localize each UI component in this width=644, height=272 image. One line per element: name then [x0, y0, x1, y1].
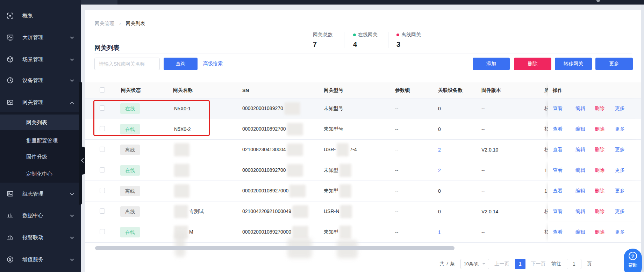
- select-all-checkbox[interactable]: [100, 87, 105, 93]
- sidebar-collapse-handle[interactable]: [79, 147, 86, 175]
- edit-link[interactable]: 编辑: [575, 188, 585, 194]
- view-link[interactable]: 查看: [553, 126, 563, 132]
- device-count-cell[interactable]: 2: [438, 168, 441, 173]
- sidebar-item-device[interactable]: 设备管理: [0, 72, 81, 89]
- row-checkbox[interactable]: [100, 188, 105, 193]
- device-count-cell[interactable]: 2: [438, 147, 441, 153]
- add-button[interactable]: 添加: [473, 58, 510, 70]
- delete-button[interactable]: 删除: [514, 58, 551, 70]
- view-link[interactable]: 查看: [553, 167, 563, 174]
- edit-link[interactable]: 编辑: [575, 147, 585, 153]
- more-link[interactable]: 更多: [615, 208, 625, 215]
- chevron-down-icon: [482, 263, 486, 265]
- row-checkbox[interactable]: [100, 147, 105, 152]
- device-count: 0: [438, 106, 441, 111]
- edit-link[interactable]: 编辑: [575, 105, 585, 112]
- search-input[interactable]: [94, 58, 160, 70]
- edit-link[interactable]: 编辑: [575, 229, 585, 235]
- topbar-active-tab[interactable]: [81, 0, 117, 5]
- delete-link[interactable]: 删除: [595, 147, 604, 153]
- search-button[interactable]: 查询: [164, 58, 198, 70]
- sidebar-subitem-3[interactable]: 定制化中心: [0, 166, 81, 182]
- sidebar-item-gateway[interactable]: 网关管理: [0, 94, 81, 111]
- delete-link[interactable]: 删除: [595, 105, 604, 112]
- device-count: 0: [438, 188, 441, 194]
- delete-link[interactable]: 删除: [595, 126, 604, 132]
- sidebar-item-alarm[interactable]: 报警联动: [0, 229, 81, 246]
- more-link[interactable]: 更多: [615, 167, 625, 174]
- gateway-model: 未知型: [324, 229, 338, 235]
- sidebar-subitem-1[interactable]: 批量配置管理: [0, 133, 81, 148]
- gateway-name-cell: [173, 143, 189, 156]
- sidebar-item-bigscreen[interactable]: 大屏管理: [0, 29, 81, 46]
- device-count-cell[interactable]: 1: [438, 229, 441, 235]
- help-label: 帮助: [628, 262, 637, 269]
- advanced-search-link[interactable]: 高级搜索: [203, 61, 223, 67]
- row-checkbox[interactable]: [100, 208, 105, 214]
- device-count-link[interactable]: 2: [438, 168, 441, 173]
- device-count-cell: 0: [438, 188, 441, 194]
- pagination: 共 7 条 10条/页 上一页 1 下一页 前往 页: [439, 258, 592, 269]
- edit-link[interactable]: 编辑: [575, 208, 585, 215]
- param-lock-cell: --: [395, 188, 398, 194]
- gateway-sn-cell: 0000200010892700: [242, 123, 303, 135]
- sidebar-item-overview[interactable]: 概览: [0, 7, 81, 24]
- view-link[interactable]: 查看: [553, 208, 563, 215]
- edit-link[interactable]: 编辑: [575, 126, 585, 132]
- sidebar-subitem-2[interactable]: 固件升级: [0, 149, 81, 164]
- row-checkbox[interactable]: [100, 167, 105, 172]
- chevron-down-icon: [70, 191, 74, 197]
- sidebar-item-datacenter[interactable]: 数据中心: [0, 207, 81, 224]
- view-link[interactable]: 查看: [553, 188, 563, 194]
- sidebar-item-label: 大屏管理: [22, 34, 43, 41]
- sidebar-item-value-service[interactable]: 增值服务: [0, 251, 81, 268]
- edit-link[interactable]: 编辑: [575, 167, 585, 174]
- row-checkbox[interactable]: [100, 229, 105, 234]
- more-button[interactable]: 更多: [595, 58, 633, 70]
- more-link[interactable]: 更多: [615, 105, 625, 112]
- page-size-select[interactable]: 10条/页: [460, 259, 489, 269]
- delete-link[interactable]: 删除: [595, 208, 604, 215]
- view-link[interactable]: 查看: [553, 229, 563, 235]
- bigscreen-icon: [6, 34, 14, 41]
- device-count-link[interactable]: 1: [438, 229, 441, 235]
- more-link[interactable]: 更多: [615, 126, 625, 132]
- sidebar-item-label: 设备管理: [22, 77, 43, 84]
- delete-link[interactable]: 删除: [595, 188, 604, 194]
- delete-link[interactable]: 删除: [595, 229, 604, 235]
- gateway-model-suffix: 7-4: [350, 147, 357, 152]
- goto-page-input[interactable]: [567, 259, 581, 269]
- breadcrumb-parent[interactable]: 网关管理: [95, 21, 114, 26]
- censor-blur: [340, 205, 352, 218]
- page-right-gutter: [641, 5, 644, 272]
- help-button[interactable]: ? 帮助: [624, 249, 642, 272]
- more-link[interactable]: 更多: [615, 147, 625, 153]
- censor-blur: [339, 184, 351, 198]
- user-avatar[interactable]: [596, 0, 600, 2]
- view-link[interactable]: 查看: [553, 105, 563, 112]
- row-checkbox-cell: [100, 208, 105, 215]
- sidebar-subitem-0[interactable]: 网关列表: [0, 115, 81, 130]
- status-badge: 离线: [120, 186, 140, 196]
- header-name: 网关名称: [173, 87, 193, 94]
- page-number-1[interactable]: 1: [515, 259, 525, 269]
- more-link[interactable]: 更多: [615, 188, 625, 194]
- row-actions-panel: 查看编辑删除更多: [548, 222, 641, 242]
- sidebar-item-configuration[interactable]: 组态管理: [0, 185, 81, 203]
- sidebar-item-label: 报警联动: [22, 234, 43, 241]
- view-link[interactable]: 查看: [553, 147, 563, 153]
- stat-total-gateways: 网关总数 7: [313, 32, 355, 49]
- next-page-button[interactable]: 下一页: [531, 261, 546, 267]
- row-actions-panel: 查看编辑删除更多: [548, 201, 641, 222]
- delete-link[interactable]: 删除: [595, 167, 604, 174]
- gateway-model-cell: 未知型: [324, 164, 351, 177]
- prev-page-button[interactable]: 上一页: [495, 261, 509, 267]
- device-count-link[interactable]: 2: [438, 147, 441, 153]
- hidden-column-sliver: 杉: [544, 105, 548, 112]
- param-lock-cell: --: [395, 168, 398, 173]
- transfer-gateway-button[interactable]: 转移网关: [555, 58, 592, 70]
- chevron-down-icon: [70, 57, 74, 63]
- horizontal-scrollbar[interactable]: [95, 246, 455, 250]
- sidebar-item-scene[interactable]: 场景管理: [0, 51, 81, 68]
- more-link[interactable]: 更多: [615, 229, 625, 235]
